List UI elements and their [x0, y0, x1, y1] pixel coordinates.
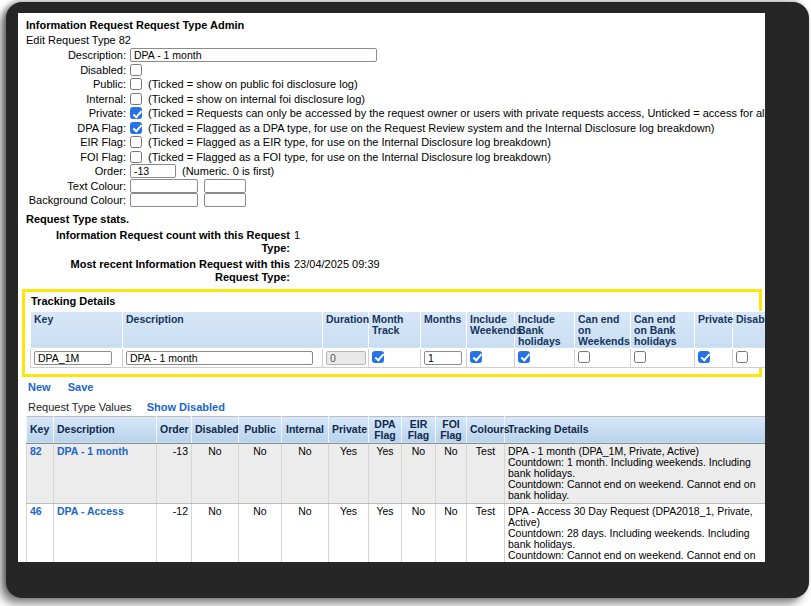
values-column-header: Public [239, 416, 282, 443]
tracking-column-header: Can end on Weekends [575, 311, 631, 348]
order-input[interactable] [130, 164, 176, 178]
tracking-column-header: Months [421, 311, 467, 348]
public-label: Public: [26, 78, 130, 90]
tracking-actions: New Save [28, 381, 759, 393]
values-column-header: Private [329, 416, 369, 443]
description-input[interactable] [130, 48, 377, 62]
tracking-column-header: Duration [323, 311, 369, 348]
row-disabled: No [192, 503, 239, 562]
row-dpa-flag: Yes [369, 443, 402, 503]
row-foi-flag: No [436, 503, 467, 562]
stats-heading: Request Type stats. [26, 212, 759, 226]
background-colour-input[interactable] [130, 193, 198, 207]
tracking-description-input[interactable] [126, 351, 313, 365]
row-disabled: No [192, 443, 239, 503]
foi-flag-checkbox[interactable] [130, 151, 142, 163]
text-colour-input[interactable] [130, 179, 198, 193]
order-hint: (Numeric. 0 is first) [182, 165, 274, 177]
values-header-row: KeyDescriptionOrderDisabledPublicInterna… [27, 416, 766, 443]
row-key-link[interactable]: 82 [30, 445, 42, 457]
tracking-include-weekends-checkbox[interactable] [470, 351, 482, 363]
values-column-header: Key [27, 416, 54, 443]
eir-flag-checkbox[interactable] [130, 136, 142, 148]
row-public: No [239, 503, 282, 562]
tracking-can-end-bank-holidays-checkbox[interactable] [634, 351, 646, 363]
save-link[interactable]: Save [68, 381, 94, 393]
eir-flag-hint: (Ticked = Flagged as a EIR type, for use… [148, 136, 551, 148]
row-description-link[interactable]: DPA - 1 month [57, 445, 128, 457]
values-column-header: Order [157, 416, 192, 443]
tracking-details-heading: Tracking Details [31, 294, 754, 308]
tracking-column-header: Key [31, 311, 123, 348]
values-column-header: FOI Flag [436, 416, 467, 443]
stats-most-recent-value: 23/04/2025 09:39 [294, 258, 380, 284]
tracking-column-header: Private [695, 311, 733, 348]
tracking-column-header: Description [123, 311, 323, 348]
tracking-disabled-checkbox[interactable] [736, 351, 748, 363]
row-private: Yes [329, 443, 369, 503]
page-title: Information Request Request Type Admin [26, 19, 759, 32]
tracking-column-header: Include Bank holidays [515, 311, 575, 348]
row-colours-test: Test [467, 443, 505, 503]
form-row-eir-flag: EIR Flag: (Ticked = Flagged as a EIR typ… [26, 135, 759, 150]
tracking-column-header: Include Weekends [467, 311, 515, 348]
row-order: -12 [157, 503, 192, 562]
form-row-description: Description: [26, 48, 759, 63]
background-colour-preview-input[interactable] [204, 193, 246, 207]
stats-row-count: Information Request count with this Requ… [26, 229, 759, 255]
tracking-details-table: KeyDescriptionDurationMonth TrackMonthsI… [30, 311, 765, 368]
values-column-header: Tracking Details [505, 416, 766, 443]
disabled-label: Disabled: [26, 64, 130, 76]
private-label: Private: [26, 107, 130, 119]
row-eir-flag: No [402, 503, 436, 562]
public-checkbox[interactable] [130, 78, 142, 90]
description-label: Description: [26, 49, 130, 61]
tracking-details-header-row: KeyDescriptionDurationMonth TrackMonthsI… [31, 311, 766, 348]
tracking-include-bank-holidays-checkbox[interactable] [518, 351, 530, 363]
tracking-detail-line: Countdown: Cannot end on weekend. Cannot… [508, 550, 763, 563]
internal-checkbox[interactable] [130, 93, 142, 105]
row-public: No [239, 443, 282, 503]
row-private: Yes [329, 503, 369, 562]
tracking-private-checkbox[interactable] [698, 351, 710, 363]
values-column-header: Internal [282, 416, 329, 443]
values-column-header: Description [54, 416, 157, 443]
stats-most-recent-label: Most recent Information Request with thi… [26, 258, 294, 284]
values-column-header: Disabled [192, 416, 239, 443]
dpa-flag-label: DPA Flag: [26, 122, 130, 134]
values-column-header: Colours [467, 416, 505, 443]
form-row-order: Order: (Numeric. 0 is first) [26, 164, 759, 179]
tracking-detail-line: Countdown: 1 month. Including weekends. … [508, 457, 763, 479]
tracking-detail-line: Countdown: Cannot end on weekend. Cannot… [508, 479, 763, 501]
new-link[interactable]: New [28, 381, 51, 393]
show-disabled-link[interactable]: Show Disabled [147, 401, 225, 413]
internal-hint: (Ticked = show on internal foi disclosur… [148, 93, 365, 105]
form-row-internal: Internal: (Ticked = show on internal foi… [26, 92, 759, 107]
values-table-body: 82DPA - 1 month-13NoNoNoYesYesNoNoTestDP… [27, 443, 766, 562]
foi-flag-hint: (Ticked = Flagged as a FOI type, for use… [148, 151, 551, 163]
row-tracking-details: DPA - 1 month (DPA_1M, Private, Active)C… [505, 443, 766, 503]
form-row-public: Public: (Ticked = show on public foi dis… [26, 77, 759, 92]
table-row: 46DPA - Access-12NoNoNoYesYesNoNoTestDPA… [27, 503, 766, 562]
form-row-background-colour: Background Colour: [26, 193, 759, 208]
row-eir-flag: No [402, 443, 436, 503]
form-row-private: Private: (Ticked = Requests can only be … [26, 106, 759, 121]
tracking-can-end-weekends-checkbox[interactable] [578, 351, 590, 363]
private-hint: (Ticked = Requests can only be accessed … [148, 107, 765, 119]
tracking-column-header: Disabled [733, 311, 766, 348]
dpa-flag-checkbox[interactable] [130, 122, 142, 134]
text-colour-label: Text Colour: [26, 180, 130, 192]
tracking-key-input[interactable] [34, 351, 112, 365]
values-column-header: DPA Flag [369, 416, 402, 443]
row-foi-flag: No [436, 443, 467, 503]
tracking-month-track-checkbox[interactable] [372, 351, 384, 363]
row-description-link[interactable]: DPA - Access [57, 505, 124, 517]
text-colour-preview-input[interactable] [204, 179, 246, 193]
private-checkbox[interactable] [130, 107, 142, 119]
form-row-dpa-flag: DPA Flag: (Ticked = Flagged as a DPA typ… [26, 121, 759, 136]
tracking-months-input[interactable] [424, 351, 462, 365]
row-key-link[interactable]: 46 [30, 505, 42, 517]
tracking-detail-line: DPA - Access 30 Day Request (DPA2018_1, … [508, 506, 763, 528]
disabled-checkbox[interactable] [130, 64, 142, 76]
order-label: Order: [26, 165, 130, 177]
